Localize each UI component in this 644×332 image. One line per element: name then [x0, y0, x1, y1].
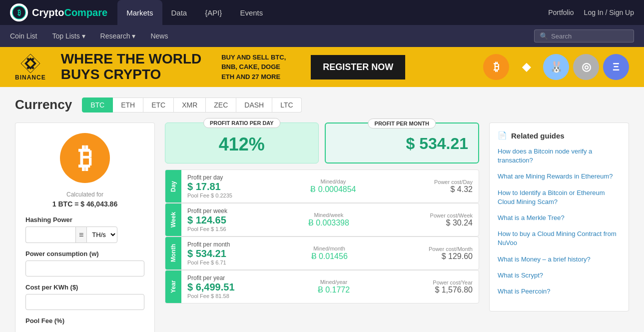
power-label: Power cost/Month: [429, 246, 473, 252]
calculator-panel: ₿ Calculated for 1 BTC = $ 46,043.86 Has…: [15, 122, 155, 332]
news-nav[interactable]: News: [150, 32, 168, 40]
hashing-power-stepper[interactable]: ≡: [75, 226, 86, 243]
profit-row-content: Profit per year $ 6,499.51 Pool Fee $ 81…: [181, 270, 479, 303]
guide-link[interactable]: What is Scrypt?: [498, 271, 621, 280]
profit-row: Year Profit per year $ 6,499.51 Pool Fee…: [165, 270, 479, 304]
power-label: Power cost/Year: [433, 280, 473, 286]
guide-link[interactable]: What is a Merkle Tree?: [498, 214, 621, 222]
mined-col: Mined/year Ƀ 0.1772: [318, 279, 350, 294]
doge-coin-icon: ◎: [573, 54, 599, 80]
hashing-power-input[interactable]: 70: [25, 226, 75, 243]
profit-amount: $ 6,499.51: [187, 282, 235, 293]
tab-eth[interactable]: ETH: [113, 98, 143, 112]
page-header: Currency BTC ETH ETC XMR ZEC DASH LTC: [15, 97, 629, 112]
profit-row: Day Profit per day $ 17.81 Pool Fee $ 0.…: [165, 170, 479, 203]
mined-col: Mined/day Ƀ 0.0004854: [310, 178, 356, 194]
tab-dash[interactable]: DASH: [236, 98, 272, 112]
profit-month-value: $ 534.21: [336, 134, 469, 153]
right-panel: 📄 Related guides How does a Bitcoin node…: [489, 122, 629, 332]
svg-text:₿: ₿: [17, 8, 21, 16]
btc-logo: ₿: [60, 133, 110, 183]
logo[interactable]: ₿ CryptoCompare: [10, 4, 107, 22]
second-nav: Coin List Top Lists ▾ Research ▾ News 🔍: [0, 25, 644, 47]
mined-value: Ƀ 0.0004854: [310, 184, 356, 194]
mined-label: Mined/year: [320, 279, 347, 285]
tab-zec[interactable]: ZEC: [206, 98, 236, 112]
period-tag: Month: [165, 237, 181, 270]
search-input[interactable]: [551, 32, 629, 40]
binance-logo: BINANCE: [15, 53, 46, 81]
hashing-power-label: Hashing Power: [25, 216, 144, 224]
guide-link[interactable]: How to Identify a Bitcoin or Ethereum Cl…: [498, 188, 621, 206]
power-col: Power cost/Year $ 1,576.80: [433, 280, 473, 294]
hashing-unit-select[interactable]: TH/s: [86, 226, 117, 243]
portfolio-link[interactable]: Portfolio: [548, 8, 574, 16]
hashing-power-input-group: 70 ≡ TH/s: [25, 226, 144, 243]
power-value: $ 129.60: [442, 252, 473, 261]
coinlist-nav[interactable]: Coin List: [10, 32, 37, 40]
login-signup-link[interactable]: Log In / Sign Up: [584, 8, 634, 16]
guide-link[interactable]: What is Peercoin?: [498, 287, 621, 296]
research-nav[interactable]: Research ▾: [100, 32, 136, 40]
power-value: $ 1,576.80: [435, 286, 473, 294]
guides-icon: 📄: [498, 131, 507, 140]
profit-main-col: Profit per year $ 6,499.51 Pool Fee $ 81…: [187, 274, 235, 299]
power-value: $ 30.24: [446, 218, 473, 228]
power-consumption-input[interactable]: 1500: [25, 260, 144, 276]
power-label: Power cost/Week: [430, 212, 473, 218]
nav-events[interactable]: Events: [231, 0, 272, 25]
nav-markets[interactable]: Markets: [117, 0, 162, 25]
cost-input[interactable]: 0.12: [25, 294, 144, 310]
banner-coins: ₿ ◆ 🐰 ◎ Ξ: [483, 54, 629, 80]
middle-panel: PROFIT RATIO PER DAY 412% PROFIT PER MON…: [165, 122, 479, 332]
profit-amount: $ 534.21: [187, 248, 230, 260]
toplists-nav[interactable]: Top Lists ▾: [52, 32, 85, 40]
profit-amount: $ 17.81: [187, 181, 232, 192]
banner-headline: WHERE THE WORLD BUYS CRYPTO: [61, 52, 202, 82]
tab-ltc[interactable]: LTC: [272, 98, 301, 112]
guide-link[interactable]: What are Mining Rewards in Ethereum?: [498, 172, 621, 181]
profit-row-content: Profit per day $ 17.81 Pool Fee $ 0.2235…: [181, 170, 479, 202]
tab-btc[interactable]: BTC: [82, 98, 113, 112]
search-bar[interactable]: 🔍: [534, 30, 634, 42]
power-consumption-label: Power consumption (w): [25, 250, 144, 258]
page-title: Currency: [15, 97, 72, 112]
guide-link[interactable]: How does a Bitcoin node verify a transac…: [498, 147, 621, 165]
mined-value: Ƀ 0.003398: [308, 218, 349, 228]
tab-xmr[interactable]: XMR: [174, 98, 206, 112]
search-icon: 🔍: [540, 32, 548, 40]
currency-tabs: BTC ETH ETC XMR ZEC DASH LTC: [82, 98, 301, 112]
profit-period-label: Profit per month: [187, 241, 230, 248]
cake-coin-icon: 🐰: [543, 54, 569, 80]
power-col: Power cost/Day $ 4.32: [434, 179, 473, 194]
register-now-button[interactable]: REGISTER NOW: [311, 55, 405, 80]
guide-link[interactable]: What is Money – a brief history?: [498, 255, 621, 264]
profit-day-box: PROFIT RATIO PER DAY 412%: [165, 122, 319, 164]
mined-value: Ƀ 0.1772: [318, 285, 350, 294]
logo-text: CryptoCompare: [32, 7, 107, 18]
mined-value: Ƀ 0.01456: [311, 252, 348, 261]
profit-amount: $ 124.65: [187, 214, 227, 226]
mined-label: Mined/month: [313, 246, 345, 252]
profit-main-col: Profit per week $ 124.65 Pool Fee $ 1.56: [187, 208, 227, 232]
power-col: Power cost/Month $ 129.60: [429, 246, 473, 261]
tab-etc[interactable]: ETC: [143, 98, 174, 112]
nav-api[interactable]: {API}: [196, 0, 231, 25]
profit-summary: PROFIT RATIO PER DAY 412% PROFIT PER MON…: [165, 122, 479, 164]
pool-fee-value: Pool Fee $ 0.2235: [187, 192, 232, 198]
period-tag: Week: [165, 204, 181, 236]
guide-link[interactable]: How to buy a Cloud Mining Contract from …: [498, 230, 621, 248]
profit-row-content: Profit per month $ 534.21 Pool Fee $ 6.7…: [181, 237, 479, 270]
top-nav-links: Markets Data {API} Events: [117, 0, 548, 25]
guides-links: How does a Bitcoin node verify a transac…: [498, 147, 621, 296]
profit-period-label: Profit per year: [187, 274, 235, 282]
mined-col: Mined/week Ƀ 0.003398: [308, 212, 349, 228]
calc-for-label: Calculated for: [25, 191, 144, 198]
mined-col: Mined/month Ƀ 0.01456: [311, 246, 348, 261]
pool-fee-value: Pool Fee $ 1.56: [187, 226, 227, 232]
profit-month-badge: PROFIT PER MONTH: [368, 118, 436, 128]
profit-row-content: Profit per week $ 124.65 Pool Fee $ 1.56…: [181, 204, 479, 236]
nav-data[interactable]: Data: [162, 0, 196, 25]
profit-row: Week Profit per week $ 124.65 Pool Fee $…: [165, 203, 479, 236]
banner-subtext: BUY AND SELL BTC, BNB, CAKE, DOGE ETH AN…: [221, 52, 286, 82]
